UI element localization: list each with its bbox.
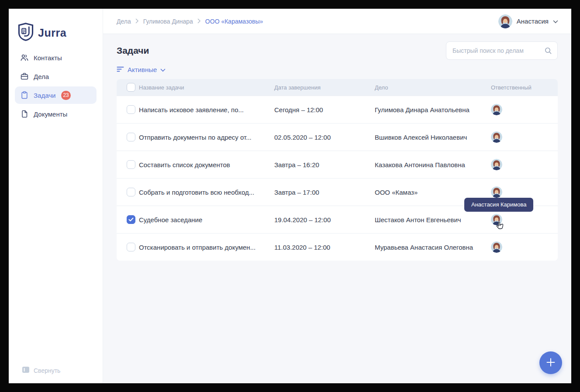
table-row[interactable]: Отправить документы по адресу от... 02.0… — [117, 123, 558, 151]
plus-icon — [545, 357, 556, 369]
sidebar-item-cases[interactable]: Дела — [15, 68, 97, 85]
topbar: Дела Гулимова Динара ООО «Карамазовы» Ан… — [103, 9, 571, 34]
sidebar-item-label: Документы — [34, 110, 67, 118]
task-case: Муравьева Анастасия Олеговна — [375, 244, 491, 251]
task-due-date: 19.04.2020 – 12:00 — [274, 216, 375, 224]
brand-name: Jurra — [38, 27, 66, 39]
user-avatar — [498, 14, 512, 28]
task-due-date: 02.05.2020 – 12:00 — [274, 134, 375, 141]
task-due-date: Сегодня – 12:00 — [274, 106, 375, 113]
task-due-date: Завтра – 17:00 — [274, 189, 375, 196]
row-checkbox[interactable] — [127, 243, 135, 251]
task-name: Собрать и подготовить всю необход... — [139, 189, 274, 196]
table-header-row: Название задачи Дата завершения Дело Отв… — [117, 79, 558, 96]
task-case: Гулимова Динара Анатольевна — [375, 106, 491, 113]
jurra-shield-logo — [17, 23, 34, 43]
column-header-assignee: Ответственный — [491, 84, 558, 91]
breadcrumb-item[interactable]: Дела — [117, 18, 131, 25]
search-input[interactable] — [446, 41, 558, 60]
tasks-table: Название задачи Дата завершения Дело Отв… — [117, 79, 558, 261]
chevron-down-icon — [553, 17, 558, 25]
task-due-date: Завтра – 16:20 — [274, 161, 375, 168]
user-menu[interactable]: Анастасия — [498, 14, 558, 28]
row-checkbox[interactable] — [127, 105, 135, 114]
task-case: Шестаков Антон Евгеньевич — [375, 216, 491, 224]
page-title: Задачи — [117, 45, 149, 56]
select-all-checkbox[interactable] — [127, 83, 135, 92]
collapse-sidebar-button[interactable]: Свернуть — [22, 366, 60, 375]
task-name: Составить список документов — [139, 161, 274, 168]
table-row[interactable]: Написать исковое заявление, по... Сегодн… — [117, 96, 558, 123]
add-task-button[interactable] — [539, 351, 562, 374]
chevron-down-icon — [160, 66, 166, 73]
task-name: Отсканировать и отправить докумен... — [139, 244, 274, 251]
breadcrumb-item[interactable]: Гулимова Динара — [143, 18, 193, 25]
task-name: Отправить документы по адресу от... — [139, 134, 274, 141]
row-checkbox[interactable] — [127, 133, 135, 141]
task-case: Казакова Антонина Павловна — [375, 161, 491, 168]
logo: Jurra — [9, 9, 103, 44]
briefcase-icon — [20, 72, 29, 81]
breadcrumb: Дела Гулимова Динара ООО «Карамазовы» — [117, 18, 263, 25]
assignee-avatar[interactable] — [491, 104, 502, 115]
assignee-avatar[interactable] — [491, 186, 502, 198]
task-case: ООО «Камаз» — [375, 189, 491, 196]
sidebar-nav: Контакты Дела — [9, 49, 103, 123]
sidebar: Jurra Контакты — [9, 9, 103, 383]
sidebar-item-label: Контакты — [34, 54, 62, 62]
documents-icon — [20, 110, 29, 118]
table-row[interactable]: Отсканировать и отправить докумен... 11.… — [117, 233, 558, 261]
tasks-icon — [20, 91, 29, 100]
filter-icon — [117, 66, 124, 73]
sidebar-item-tasks[interactable]: Задачи 23 — [15, 86, 97, 104]
chevron-right-icon — [197, 18, 201, 25]
row-checkbox[interactable] — [127, 215, 135, 224]
user-name: Анастасия — [517, 17, 549, 25]
status-filter[interactable]: Активные — [117, 66, 166, 73]
app-window: Jurra Контакты — [9, 9, 571, 383]
task-due-date: 11.03.2020 – 12:00 — [274, 244, 375, 251]
column-header-name: Название задачи — [139, 84, 274, 91]
collapse-sidebar-icon — [22, 366, 30, 375]
task-name: Судебное заседание — [139, 216, 274, 224]
task-name: Написать исковое заявление, по... — [139, 106, 274, 113]
assignee-avatar[interactable] — [491, 159, 502, 170]
row-checkbox[interactable] — [127, 160, 135, 169]
column-header-case: Дело — [375, 84, 491, 91]
task-case: Вшивков Алексей Николаевич — [375, 134, 491, 141]
assignee-tooltip: Анастасия Каримова — [464, 198, 533, 212]
column-header-date: Дата завершения — [274, 84, 375, 91]
collapse-label: Свернуть — [34, 367, 60, 374]
assignee-avatar[interactable] — [491, 241, 502, 253]
chevron-right-icon — [135, 18, 139, 25]
search-box — [446, 41, 558, 60]
sidebar-item-label: Задачи — [34, 92, 55, 99]
sidebar-item-contacts[interactable]: Контакты — [15, 49, 97, 66]
breadcrumb-item-current[interactable]: ООО «Карамазовы» — [205, 18, 263, 25]
row-checkbox[interactable] — [127, 188, 135, 196]
assignee-avatar[interactable] — [491, 131, 502, 143]
contacts-icon — [20, 53, 29, 62]
sidebar-item-documents[interactable]: Документы — [15, 105, 97, 123]
table-row[interactable]: Составить список документов Завтра – 16:… — [117, 151, 558, 178]
filter-label: Активные — [128, 66, 157, 73]
assignee-avatar[interactable] — [491, 214, 502, 225]
search-icon — [544, 47, 552, 56]
sidebar-item-label: Дела — [34, 73, 49, 80]
tasks-count-badge: 23 — [61, 91, 70, 100]
table-body: Написать исковое заявление, по... Сегодн… — [117, 96, 558, 261]
